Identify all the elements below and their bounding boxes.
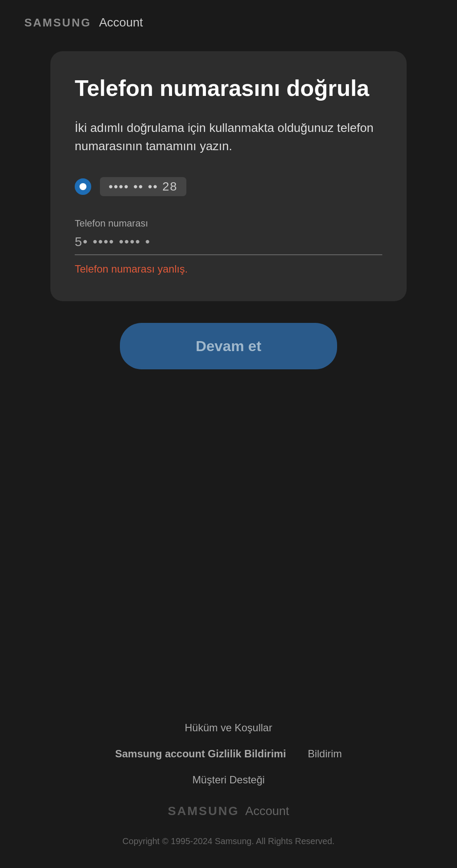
continue-button-wrapper: Devam et [50, 323, 407, 369]
phone-masked-display: •••• •• •• 28 [100, 177, 186, 196]
footer-brand: SAMSUNG Account [168, 804, 289, 818]
continue-button[interactable]: Devam et [120, 323, 337, 369]
radio-button[interactable] [75, 178, 91, 195]
phone-input-label: Telefon numarası [75, 218, 382, 229]
terms-link[interactable]: Hüküm ve Koşullar [185, 722, 272, 734]
footer-row-privacy: Samsung account Gizlilik Bildirimi Bildi… [115, 748, 342, 760]
phone-input-wrapper[interactable]: 5• •••• •••• • [75, 234, 382, 255]
radio-inner [79, 183, 86, 190]
phone-input-value[interactable]: 5• •••• •••• • [75, 234, 382, 249]
phone-option-row[interactable]: •••• •• •• 28 [75, 177, 382, 196]
footer-row-terms: Hüküm ve Koşullar [185, 722, 272, 734]
main-card: Telefon numarasını doğrula İki adımlı do… [50, 51, 407, 301]
header-account-label: Account [99, 16, 143, 30]
footer-row-support: Müşteri Desteği [192, 774, 265, 786]
copyright-text: Copyright © 1995-2024 Samsung. All Right… [123, 836, 334, 846]
footer-account-label: Account [245, 804, 289, 818]
card-description: İki adımlı doğrulama için kullanmakta ol… [75, 119, 382, 155]
phone-input-section: Telefon numarası 5• •••• •••• • Telefon … [75, 218, 382, 275]
notification-link[interactable]: Bildirim [308, 748, 342, 760]
card-title: Telefon numarasını doğrula [75, 76, 382, 102]
support-link[interactable]: Müşteri Desteği [192, 774, 265, 786]
privacy-link[interactable]: Samsung account Gizlilik Bildirimi [115, 748, 286, 760]
error-message: Telefon numarası yanlış. [75, 263, 382, 275]
samsung-logo: SAMSUNG [24, 16, 91, 30]
footer-samsung-logo: SAMSUNG [168, 804, 239, 818]
header: SAMSUNG Account [0, 0, 457, 43]
footer: Hüküm ve Koşullar Samsung account Gizlil… [0, 687, 457, 868]
